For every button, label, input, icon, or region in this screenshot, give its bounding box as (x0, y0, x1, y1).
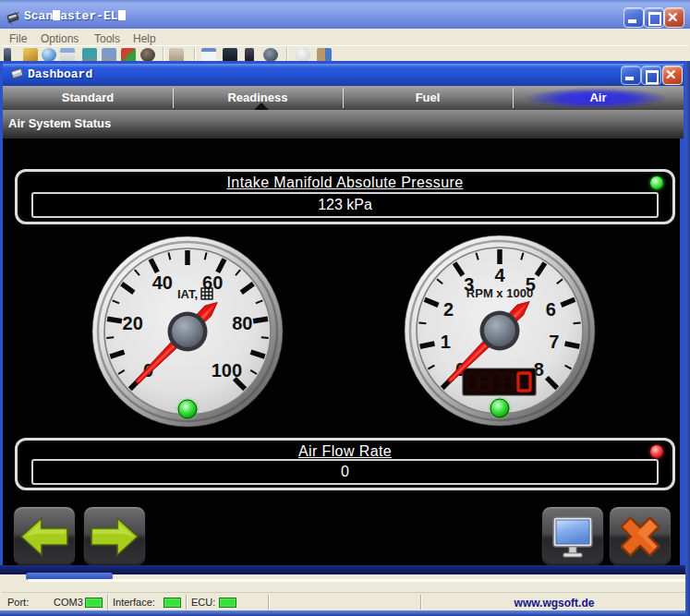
svg-text:1: 1 (441, 332, 451, 352)
svg-text:4: 4 (494, 265, 505, 285)
svg-text:IAT,: IAT, (177, 287, 198, 301)
svg-text:40: 40 (152, 272, 173, 293)
svg-text:7: 7 (549, 332, 559, 352)
svg-text:20: 20 (123, 313, 143, 333)
svg-text:6: 6 (546, 299, 556, 320)
svg-text:80: 80 (232, 313, 252, 333)
svg-text:100: 100 (212, 360, 242, 380)
svg-text:RPM x 1000: RPM x 1000 (466, 286, 533, 300)
svg-text:2: 2 (443, 299, 454, 320)
